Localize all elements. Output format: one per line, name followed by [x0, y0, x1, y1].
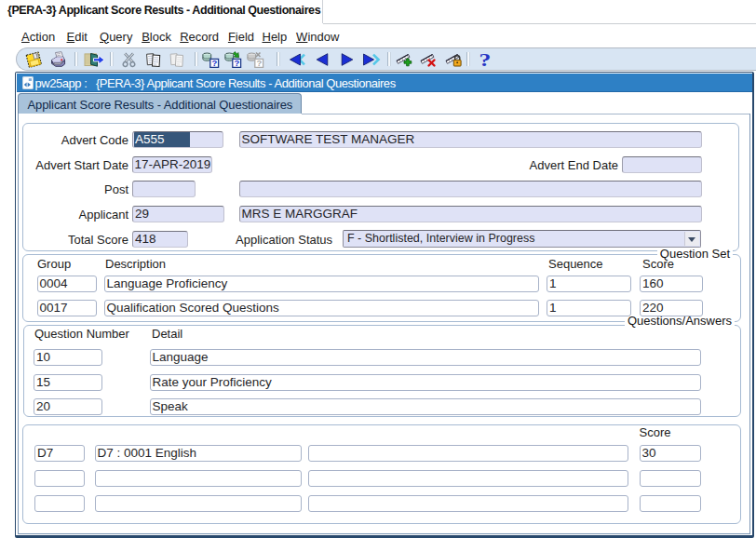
svg-text:?: ? [479, 51, 492, 68]
svg-text:?: ? [211, 58, 217, 68]
svg-text:?: ? [256, 58, 262, 68]
svg-text:?: ? [234, 58, 239, 68]
